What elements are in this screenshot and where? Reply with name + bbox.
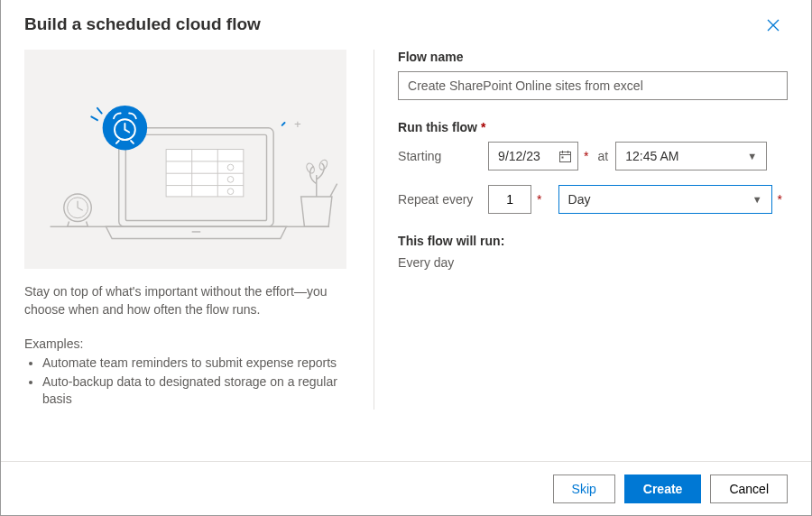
svg-rect-31 xyxy=(562,156,564,158)
run-flow-label: Run this flow * xyxy=(398,120,788,134)
scheduled-flow-illustration: + xyxy=(24,50,346,269)
starting-date-input[interactable]: 9/12/23 xyxy=(488,142,578,170)
close-icon[interactable] xyxy=(759,14,788,39)
cancel-button[interactable]: Cancel xyxy=(710,475,788,503)
dialog-title: Build a scheduled cloud flow xyxy=(24,14,261,34)
dialog-body: + Stay on top of what's important withou… xyxy=(1,50,811,410)
calendar-icon xyxy=(558,150,572,163)
left-pane: + Stay on top of what's important withou… xyxy=(24,50,374,410)
repeat-row: Repeat every * Day ▼ * xyxy=(398,185,788,214)
dialog-header: Build a scheduled cloud flow xyxy=(1,0,811,50)
svg-line-18 xyxy=(97,108,102,114)
right-pane: Flow name Run this flow * Starting 9/12/… xyxy=(374,50,788,410)
svg-line-24 xyxy=(78,207,83,210)
flow-name-group: Flow name xyxy=(398,50,788,100)
example-item: Automate team reminders to submit expens… xyxy=(42,355,346,372)
required-indicator: * xyxy=(584,149,588,163)
chevron-down-icon: ▼ xyxy=(747,151,757,161)
will-run-label: This flow will run: xyxy=(398,234,788,248)
repeat-label: Repeat every xyxy=(398,192,488,207)
flow-run-summary: This flow will run: Every day xyxy=(398,234,788,270)
example-item: Auto-backup data to designated storage o… xyxy=(42,373,346,408)
starting-date-value: 9/12/23 xyxy=(498,149,540,163)
svg-line-25 xyxy=(282,123,285,125)
at-label: at xyxy=(598,149,609,163)
required-indicator: * xyxy=(537,192,541,207)
examples-list: Automate team reminders to submit expens… xyxy=(24,355,346,408)
required-indicator: * xyxy=(778,192,782,207)
create-button[interactable]: Create xyxy=(624,475,702,503)
svg-rect-27 xyxy=(560,152,571,161)
run-flow-group: Run this flow * Starting 9/12/23 * at 12… xyxy=(398,120,788,214)
repeat-number-input[interactable] xyxy=(488,185,531,214)
description-text: Stay on top of what's important without … xyxy=(24,283,346,318)
svg-line-17 xyxy=(91,116,97,120)
dialog-footer: Skip Create Cancel xyxy=(1,461,811,515)
will-run-value: Every day xyxy=(398,255,788,270)
svg-text:+: + xyxy=(294,117,301,131)
starting-time-select[interactable]: 12:45 AM ▼ xyxy=(615,142,767,170)
skip-button[interactable]: Skip xyxy=(553,475,615,503)
flow-name-label: Flow name xyxy=(398,50,788,64)
starting-row: Starting 9/12/23 * at 12:45 AM ▼ xyxy=(398,142,788,170)
flow-name-input[interactable] xyxy=(398,71,788,100)
repeat-unit-value: Day xyxy=(568,192,591,207)
examples-heading: Examples: xyxy=(24,336,346,351)
repeat-unit-select[interactable]: Day ▼ xyxy=(558,185,772,214)
starting-time-value: 12:45 AM xyxy=(625,149,678,163)
starting-label: Starting xyxy=(398,149,488,163)
chevron-down-icon: ▼ xyxy=(752,194,762,205)
